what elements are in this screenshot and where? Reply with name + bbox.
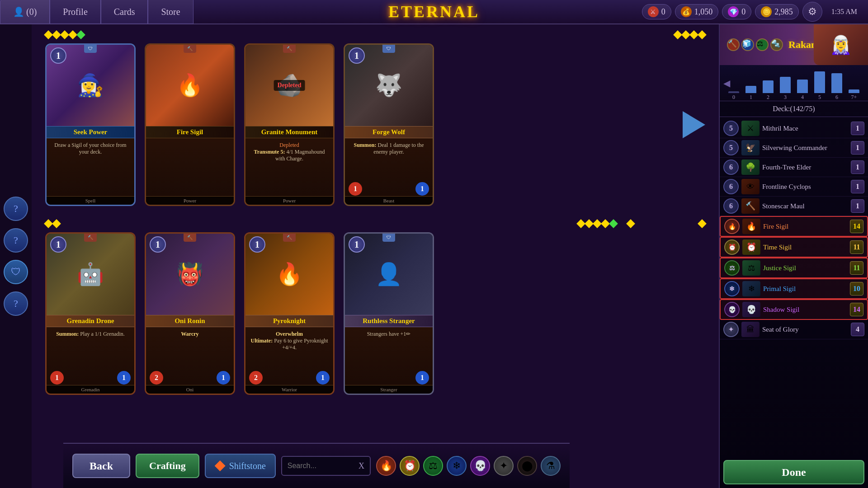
bottom-bar: Back Crafting Shiftstone X 🔥 ⏰ ⚖ ❄ 💀 ✦ ⬤ [63,443,570,488]
sidebar-shield-btn[interactable]: 🛡 [4,260,28,284]
deck-item-mithril-mace[interactable]: 5 ⚔ Mithril Mace 1 [720,119,868,138]
time-sigil-cost-badge: ⏰ [724,239,740,255]
deck-item-seat-of-glory[interactable]: ✦ 🏛 Seat of Glory 4 [720,320,868,339]
fire-sigil-deck-count: 14 [850,220,863,233]
r2-center-diamond [627,221,634,227]
mithril-mace-count: 1 [851,122,864,135]
card-forge-wolf[interactable]: 🛡 1 🐺 Forge Wolf Summon: Deal 1 damage t… [344,43,434,206]
sidebar-help-btn-2[interactable]: ? [4,228,28,253]
fire-sigil-thumb-art: 🔥 [742,219,760,234]
profile-icon-btn[interactable]: 👤 (0) [0,0,50,24]
sword-count: 0 [661,7,665,17]
oni-name: Oni Ronin [146,315,234,327]
fourth-tree-count: 1 [851,160,864,174]
ruthless-top-icon: 🛡 [382,233,395,242]
shadow-sigil-cost-badge: 💀 [724,302,740,317]
crafting-button[interactable]: Crafting [136,454,199,478]
stonescar-maul-count: 1 [851,199,864,213]
coin-resource: 🪙 2,985 [755,4,799,19]
card-fire-sigil[interactable]: 🔨 🔥 Fire Sigil Power [145,43,235,206]
deck-item-shadow-sigil[interactable]: 💀 💀 Shadow Sigil 14 [720,299,868,320]
deck-item-stonescar-maul[interactable]: 6 🔨 Stonescar Maul 1 [720,197,868,216]
seat-of-glory-deck-count: 4 [851,323,864,336]
primal-sigil-thumb-art: ❄ [742,281,760,296]
card-ruthless-stranger[interactable]: 🛡 1 👤 Ruthless Stranger Strangers have +… [344,232,434,395]
filter-primal-btn[interactable]: ❄ [447,456,467,476]
search-input[interactable] [288,462,359,470]
cards-row-1: 🛡 1 🧙‍♀️ Seek Power Draw a Sigil of your… [45,43,705,206]
filter-sort-btn[interactable]: ⚗ [541,456,561,476]
deck-header: 🔨 🧊 ⚖ 🔩 Rakano Glory 🧝‍♀️ [720,24,868,65]
pyro-cost: 1 [249,236,265,253]
silverwing-cost: 5 [723,140,739,155]
chart-bar-3 [780,77,791,93]
seek-power-top-icon: 🛡 [84,44,97,53]
filter-fire-btn[interactable]: 🔥 [376,456,396,476]
card-granite-monument[interactable]: 🔨 🪨 Depleted Granite Monument Depleted T… [244,43,335,206]
left-sidebar: ? ? 🛡 ? [0,24,32,488]
chart-left-arrow[interactable]: ◀ [723,78,730,89]
card-grenadin-drone[interactable]: 🔨 1 🤖 Grenadin Drone Summon: Play a 1/1 … [45,232,136,395]
right-diamond-2 [681,30,690,39]
seat-of-glory-deck-name: Seat of Glory [762,326,848,333]
seek-power-name: Seek Power [47,126,134,138]
filter-justice-btn[interactable]: ⚖ [423,456,443,476]
pyro-text: Overwhelm Ultimate: Pay 6 to give Pyrokn… [245,327,333,363]
diamond-4 [68,30,77,39]
golden-coin-icon: 🪙 [761,6,772,17]
seat-of-glory-thumb-art: 🏛 [741,322,760,337]
card-pyroknight[interactable]: 🔨 1 🔥 Pyroknight Overwhelm Ultimate: Pay… [244,232,335,395]
done-button[interactable]: Done [723,460,864,484]
chart-bar-0 [728,91,739,93]
grenadin-cost: 1 [50,236,66,253]
pyro-name: Pyroknight [245,315,333,327]
gem-resource: 💎 0 [722,4,751,19]
filter-shadow-btn[interactable]: 💀 [470,456,490,476]
oni-text: Warcry [146,327,234,363]
fourth-tree-thumb: 🌳 [741,160,760,175]
sidebar-help-btn-1[interactable]: ? [4,197,28,221]
justice-sigil-deck-count: 11 [850,261,863,275]
next-arrow[interactable] [683,111,705,138]
granite-type: Power [245,196,333,205]
coin-count: 2,985 [774,7,793,17]
search-box: X [281,456,371,476]
mithril-mace-thumb-art: ⚔ [741,121,760,136]
chart-col-1: 1 [744,86,758,101]
nav-profile-btn[interactable]: Profile [50,0,100,24]
card-oni-ronin[interactable]: 🔨 1 👹 Oni Ronin Warcry 2 1 Oni [145,232,235,395]
main-content: ? ? 🛡 ? [0,24,868,488]
silverwing-thumb: 🦅 [741,140,760,155]
mithril-mace-thumb: ⚔ [741,121,760,136]
deck-item-fire-sigil[interactable]: 🔥 🔥 Fire Sigil 14 [720,216,868,237]
nav-cards-btn[interactable]: Cards [101,0,148,24]
oni-health: 1 [217,371,230,385]
shiftstone-button[interactable]: Shiftstone [205,454,276,478]
silverwing-count: 1 [851,141,864,155]
forge-wolf-cost: 1 [349,47,365,64]
pyro-attack: 2 [249,371,263,385]
card-seek-power[interactable]: 🛡 1 🧙‍♀️ Seek Power Draw a Sigil of your… [45,43,136,206]
stonescar-maul-cost: 6 [723,198,739,214]
deck-item-fourth-tree[interactable]: 6 🌳 Fourth-Tree Elder 1 [720,158,868,177]
filter-all-btn[interactable]: ⬤ [517,456,537,476]
deck-item-primal-sigil[interactable]: ❄ ❄ Primal Sigil 10 [720,278,868,299]
r2-right-d4 [601,219,610,228]
r2-right-d5-green [609,219,618,228]
filter-trinket-btn[interactable]: ✦ [494,456,514,476]
deck-item-frontline-cyclops[interactable]: 6 👁 Frontline Cyclops 1 [720,177,868,197]
ruthless-type: Stranger [345,385,433,394]
sidebar-help-btn-3[interactable]: ? [4,291,28,316]
deck-item-justice-sigil[interactable]: ⚖ ⚖ Justice Sigil 11 [720,258,868,278]
stonescar-maul-thumb: 🔨 [741,198,760,214]
settings-btn[interactable]: ⚙ [802,2,822,22]
filter-time-btn[interactable]: ⏰ [400,456,420,476]
search-clear-btn[interactable]: X [359,461,364,471]
back-button[interactable]: Back [72,454,130,478]
r2-right-d1 [576,219,585,228]
nav-store-btn[interactable]: Store [148,0,193,24]
deck-item-silverwing[interactable]: 5 🦅 Silverwing Commander 1 [720,138,868,158]
deck-faction-icons: 🔨 🧊 ⚖ 🔩 [727,38,783,51]
shadow-sigil-thumb-art: 💀 [742,302,760,317]
deck-item-time-sigil[interactable]: ⏰ ⏰ Time Sigil 11 [720,237,868,258]
